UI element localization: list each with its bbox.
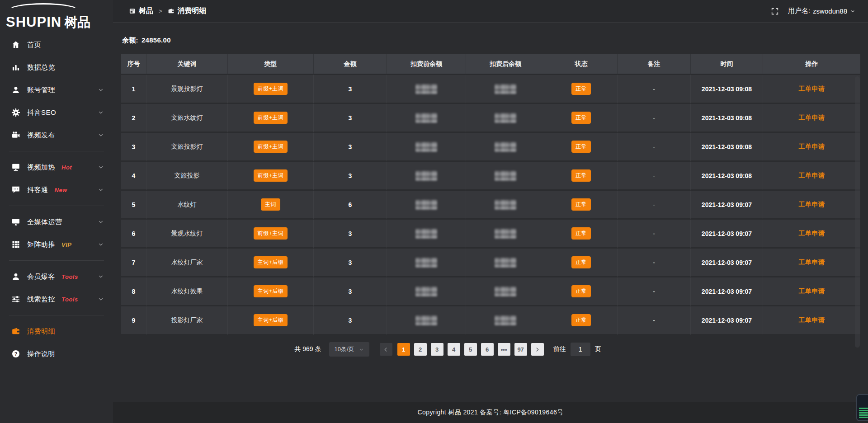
table-row: 8水纹灯效果主词+后缀3正常-2021-12-03 09:07工单申请: [121, 277, 860, 306]
cell-action: 工单申请: [763, 220, 860, 249]
table-row: 1景观投影灯前缀+主词3正常-2021-12-03 09:08工单申请: [121, 75, 860, 104]
table-row: 3文旅投影灯前缀+主词3正常-2021-12-03 09:08工单申请: [121, 133, 860, 162]
cell-post: [466, 277, 545, 306]
sidebar-item-label: 矩阵助推: [27, 240, 55, 249]
page-button-1[interactable]: 1: [397, 343, 410, 356]
cell-pre: [387, 249, 466, 277]
status-badge: 正常: [571, 83, 591, 95]
scrollbar[interactable]: [855, 76, 860, 348]
breadcrumb-root[interactable]: 树品: [129, 6, 153, 16]
redacted-balance: [495, 258, 516, 268]
type-badge: 主词+后缀: [254, 314, 288, 326]
sidebar-item-douketong[interactable]: 抖客通New: [0, 179, 113, 201]
cell-index: 7: [121, 249, 146, 277]
redacted-balance: [495, 287, 516, 296]
cell-index: 3: [121, 133, 146, 162]
user-menu[interactable]: 用户名: zswodun88: [788, 7, 855, 15]
work-order-link[interactable]: 工单申请: [799, 85, 825, 92]
type-badge: 主词+后缀: [254, 256, 288, 268]
cell-amount: 3: [314, 249, 387, 277]
page-button-5[interactable]: 5: [464, 343, 477, 356]
cell-time: 2021-12-03 09:08: [691, 104, 763, 133]
chevron-down-icon: [98, 273, 104, 280]
page-size-select[interactable]: 10条/页: [329, 342, 369, 357]
work-order-link[interactable]: 工单申请: [799, 258, 825, 266]
page-button-6[interactable]: 6: [481, 343, 494, 356]
status-badge: 正常: [571, 314, 591, 326]
cell-amount: 3: [314, 306, 387, 335]
page-button-4[interactable]: 4: [448, 343, 460, 356]
cell-keyword: 景观水纹灯: [146, 220, 228, 249]
sidebar-item-label: 会员爆客: [27, 273, 55, 281]
cell-type: 前缀+主词: [228, 220, 314, 249]
goto-page-input[interactable]: [571, 343, 590, 356]
work-order-link[interactable]: 工单申请: [799, 201, 825, 208]
status-badge: 正常: [571, 256, 591, 268]
goto-page: 前往 页: [553, 343, 601, 356]
balance-label: 余额:: [122, 36, 138, 44]
sidebar-item-label: 账号管理: [27, 86, 55, 94]
cell-type: 主词+后缀: [228, 306, 314, 335]
chat-icon: [11, 185, 20, 194]
sidebar-divider: [9, 151, 104, 151]
main-column: 树品 > 消费明细 用户名: zswodun88 余额:24856.00: [113, 0, 868, 423]
cell-type: 前缀+主词: [228, 75, 314, 104]
work-order-link[interactable]: 工单申请: [799, 172, 825, 179]
cell-status: 正常: [545, 75, 618, 104]
sidebar-item-label: 消费明细: [27, 327, 55, 336]
status-badge: 正常: [571, 141, 591, 153]
page-button-2[interactable]: 2: [414, 343, 427, 356]
work-order-link[interactable]: 工单申请: [799, 143, 825, 150]
cell-type: 前缀+主词: [228, 162, 314, 191]
next-page-button[interactable]: [531, 343, 544, 356]
work-order-link[interactable]: 工单申请: [799, 114, 825, 121]
logo[interactable]: SHUPIN 树品: [0, 3, 113, 29]
sidebar-item-label: 线索监控: [27, 295, 55, 304]
sidebar-item-account-manage[interactable]: 账号管理: [0, 79, 113, 101]
page-ellipsis-button[interactable]: •••: [498, 343, 510, 356]
cell-post: [466, 306, 545, 335]
redacted-balance: [415, 315, 437, 325]
redacted-balance: [495, 84, 516, 94]
work-order-link[interactable]: 工单申请: [799, 230, 825, 237]
sidebar-item-consume-detail[interactable]: 消费明细: [0, 320, 113, 343]
cell-post: [466, 191, 545, 220]
work-order-link[interactable]: 工单申请: [799, 316, 825, 324]
cell-keyword: 文旅投影灯: [146, 133, 228, 162]
sidebar-item-member-burst[interactable]: 会员爆客Tools: [0, 265, 113, 288]
cell-index: 9: [121, 306, 146, 335]
sidebar-item-data-overview[interactable]: 数据总览: [0, 56, 113, 79]
sidebar-item-clue-monitor[interactable]: 线索监控Tools: [0, 288, 113, 310]
cell-amount: 3: [314, 162, 387, 191]
sidebar-item-video-publish[interactable]: 视频发布: [0, 124, 113, 146]
fullscreen-icon[interactable]: [771, 7, 779, 15]
chevron-down-icon: [98, 219, 104, 225]
sidebar-item-matrix-boost[interactable]: 矩阵助推VIP: [0, 233, 113, 256]
home-icon: [11, 40, 20, 49]
breadcrumb-current[interactable]: 消费明细: [168, 6, 207, 16]
cell-keyword: 投影灯厂家: [146, 306, 228, 335]
sidebar-item-home[interactable]: 首页: [0, 33, 113, 56]
page-button-3[interactable]: 3: [431, 343, 443, 356]
gear-icon: [11, 108, 20, 117]
bar-chart-icon: [11, 63, 20, 72]
redacted-balance: [415, 287, 437, 296]
column-header: 备注: [618, 54, 691, 75]
sidebar-item-media-operation[interactable]: 全媒体运营: [0, 211, 113, 233]
user-label: 用户名:: [788, 7, 810, 15]
sidebar-item-douyin-seo[interactable]: 抖音SEO: [0, 101, 113, 124]
redacted-balance: [495, 171, 516, 181]
cell-keyword: 景观投影灯: [146, 75, 228, 104]
pagination: 共 969 条 10条/页 123456•••97 前往 页: [78, 342, 817, 357]
prev-page-button[interactable]: [380, 343, 392, 356]
page-button-97[interactable]: 97: [514, 343, 527, 356]
cell-note: -: [618, 75, 691, 104]
sidebar-item-video-heat[interactable]: 视频加热Hot: [0, 156, 113, 179]
work-order-link[interactable]: 工单申请: [799, 287, 825, 295]
cell-post: [466, 104, 545, 133]
cell-post: [466, 133, 545, 162]
logo-text-cn: 树品: [64, 16, 90, 29]
column-header: 序号: [121, 54, 146, 75]
sidebar-item-badge: Tools: [61, 273, 78, 280]
breadcrumb: 树品 > 消费明细: [129, 6, 207, 16]
